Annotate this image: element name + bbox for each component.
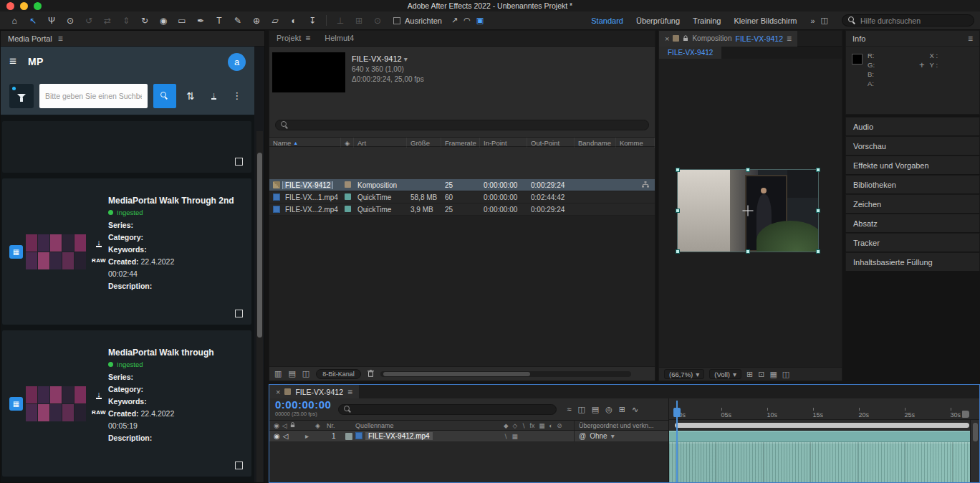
scrollbar[interactable] (256, 131, 263, 482)
panel-tab[interactable]: Projekt≡ (269, 30, 317, 46)
project-row[interactable]: FILE-VX...2.mp4 QuickTime 3,9 MB 25 0:00… (269, 204, 655, 216)
sort-list-icon[interactable]: ⇅ (182, 87, 199, 105)
scrollbar-thumb[interactable] (257, 153, 262, 338)
layer-frame-blend-switch[interactable]: ▦ (511, 433, 517, 440)
column-header-inpoint[interactable]: In-Point (480, 138, 527, 148)
column-header-outpoint[interactable]: Out-Point (527, 138, 575, 148)
media-title[interactable]: MediaPortal Walk through (108, 348, 237, 358)
snapping-icon[interactable]: ◠ (461, 16, 473, 25)
download-icon[interactable]: ↓ (96, 391, 102, 399)
zoom-tool[interactable]: ⊙ (62, 14, 79, 28)
lock-icon[interactable] (290, 422, 295, 429)
home-tool[interactable]: ⌂ (6, 14, 23, 28)
current-time-indicator[interactable] (676, 401, 678, 482)
layer-expand-caret[interactable]: ▸ (305, 432, 315, 440)
kebab-menu-icon[interactable]: ⋮ (229, 87, 246, 105)
pen-tool[interactable]: ✒ (192, 14, 209, 28)
frame-blend-switch-icon[interactable]: ▦ (539, 422, 544, 429)
workspace-tab[interactable]: Kleiner Bildschirm (734, 16, 797, 25)
region-of-interest-icon[interactable]: ⊡ (758, 370, 764, 379)
filter-button[interactable] (9, 84, 34, 108)
project-row[interactable]: FILE-VX-9412 Komposition 25 0:00:00:00 0… (269, 179, 655, 191)
dolly-camera-tool[interactable]: ⇕ (117, 14, 135, 28)
item-name[interactable]: FILE-VX...2.mp4 (283, 206, 340, 214)
expand-icon[interactable]: ↗ (449, 16, 460, 25)
panel-menu-icon[interactable]: ≡ (58, 34, 63, 44)
audio-icon[interactable]: ◁ (282, 422, 287, 429)
thumbnail-strip[interactable] (26, 386, 87, 421)
card-checkbox[interactable] (235, 158, 243, 166)
collapsed-panel-header[interactable]: Zeichen (845, 194, 980, 213)
collapsed-panel-header[interactable]: Audio (845, 117, 980, 135)
collapsed-panel-header[interactable]: Bibliotheken (845, 175, 980, 193)
parent-dropdown[interactable]: Ohne (590, 432, 607, 440)
eye-icon[interactable]: ◉ (274, 422, 279, 429)
selection-tool[interactable]: ↖ (24, 14, 42, 28)
column-header-comment[interactable]: Komme (616, 138, 655, 148)
time-ruler[interactable]: :00s05s10s15s20s25s30s (669, 398, 979, 420)
selection-handle[interactable] (676, 209, 680, 213)
selection-handle[interactable] (746, 249, 750, 254)
draft-3d-icon[interactable]: ◫ (577, 405, 585, 414)
collapsed-panel-header[interactable]: Inhaltsbasierte Füllung (845, 252, 980, 271)
panel-menu-icon[interactable]: ≡ (305, 33, 310, 43)
collapsed-panel-header[interactable]: Tracker (845, 233, 980, 252)
local-axis-mode[interactable]: ⊥ (332, 14, 349, 28)
scrollbar-thumb[interactable] (383, 372, 530, 376)
project-row[interactable]: FILE-VX...1.mp4 QuickTime 58,8 MB 60 0:0… (269, 191, 655, 204)
layer-waveform[interactable] (669, 442, 979, 482)
layer-row[interactable]: ◉ ◁ ▸ 1 FILE-VX-9412.mp4 ∖ ▦ @ Ohne (269, 431, 668, 442)
zoom-window-button[interactable] (34, 2, 42, 10)
selection-handle[interactable] (676, 168, 680, 172)
media-search-button[interactable] (153, 84, 176, 108)
motion-blur-switch-icon[interactable]: ◐ (549, 422, 552, 429)
vertical-scrollbar[interactable] (970, 420, 979, 482)
rectangle-tool[interactable]: ▭ (173, 14, 191, 28)
time-navigator-bar[interactable] (675, 423, 969, 428)
download-icon[interactable]: ↓ (205, 87, 222, 105)
card-checkbox[interactable] (235, 310, 243, 317)
anchor-point-crosshair[interactable] (743, 206, 754, 216)
media-title[interactable]: MediaPortal Walk Through 2nd (108, 196, 237, 206)
pickwhip-icon[interactable]: @ (579, 432, 586, 440)
item-name[interactable]: FILE-VX-9412 (283, 181, 332, 189)
panel-tab[interactable]: Helmut4 (317, 30, 361, 46)
selection-handle[interactable] (816, 209, 820, 213)
download-icon[interactable]: ↓ (96, 239, 102, 247)
avatar[interactable]: a (228, 53, 246, 71)
column-header-size[interactable]: Größe (407, 138, 441, 148)
lock-icon[interactable] (683, 34, 688, 43)
layer-audio-toggle[interactable]: ◁ (283, 432, 289, 440)
card-checkbox[interactable] (235, 462, 243, 469)
label-color-chip[interactable] (345, 181, 351, 188)
view-axis-mode[interactable]: ⊙ (369, 14, 386, 28)
media-search-input[interactable] (39, 84, 148, 108)
column-header-name[interactable]: Name▲ (269, 138, 341, 148)
media-card[interactable]: ▦ ↓ RAW MediaPortal Walk through (2, 330, 251, 477)
brush-tool[interactable]: ✎ (229, 14, 246, 28)
panel-menu-icon[interactable]: ≡ (347, 387, 352, 397)
puppet-pin-tool[interactable]: ↧ (304, 14, 321, 28)
scrollbar-thumb[interactable] (973, 423, 978, 441)
effects-switch-icon[interactable]: fx (530, 422, 535, 429)
layer-color-chip[interactable] (345, 433, 352, 440)
type-tool[interactable]: T (211, 14, 228, 28)
layer-duration-bar[interactable] (669, 431, 979, 442)
collapse-switch-icon[interactable]: ◇ (513, 422, 518, 429)
workspace-tab[interactable]: Training (693, 16, 721, 25)
selection-handle[interactable] (816, 249, 820, 254)
close-icon[interactable]: × (276, 388, 280, 396)
layer-visibility-toggle[interactable]: ◉ (274, 432, 280, 440)
workspace-tab[interactable]: Standard (591, 16, 623, 25)
roto-brush-tool[interactable]: ◐ (285, 14, 302, 28)
media-card[interactable]: ▦ ↓ RAW MediaPortal Walk Through 2nd (2, 178, 251, 325)
selection-handle[interactable] (816, 168, 820, 172)
column-header-label[interactable]: ◈ (341, 138, 354, 148)
hamburger-menu-icon[interactable]: ≡ (9, 54, 16, 69)
label-color-chip[interactable] (345, 206, 351, 212)
selection-handle[interactable] (676, 249, 680, 254)
column-header-bandname[interactable]: Bandname (575, 138, 616, 148)
workspace-tab[interactable]: Überprüfung (636, 16, 680, 25)
new-composition-icon[interactable]: ◫ (302, 369, 309, 378)
pan-behind-tool[interactable]: ◉ (155, 14, 172, 28)
